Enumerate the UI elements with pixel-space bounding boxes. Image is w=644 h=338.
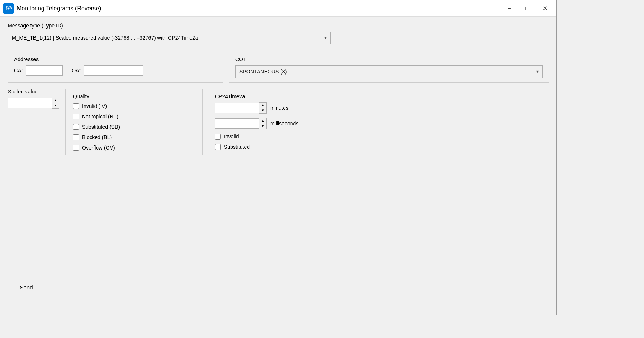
quality-bl-checkbox[interactable]: [73, 134, 79, 140]
quality-iv-item: Invalid (IV): [73, 103, 195, 109]
cp24-milliseconds-down-button[interactable]: ▼: [259, 124, 266, 129]
cp24-minutes-input[interactable]: 0: [215, 103, 259, 113]
quality-nt-checkbox[interactable]: [73, 114, 79, 119]
maximize-button[interactable]: □: [519, 3, 536, 14]
svg-point-0: [8, 7, 10, 9]
quality-nt-item: Not topical (NT): [73, 114, 195, 119]
addresses-section: Addresses CA: IOA:: [8, 52, 223, 83]
cp24-milliseconds-spinner: 0 ▲ ▼: [215, 118, 267, 129]
scaled-value-input[interactable]: 0: [8, 98, 52, 108]
cp24-label: CP24Time2a: [215, 93, 543, 99]
cp24-milliseconds-up-button[interactable]: ▲: [259, 118, 266, 124]
title-controls: − □ ✕: [501, 3, 553, 14]
message-type-arrow-icon: ▾: [324, 35, 327, 40]
cp24-invalid-checkbox[interactable]: [215, 134, 221, 140]
cot-label: COT: [235, 56, 543, 62]
message-type-label: Message type (Type ID): [8, 23, 549, 29]
cp24-minutes-down-button[interactable]: ▼: [259, 108, 266, 113]
scaled-value-spinner-buttons: ▲ ▼: [52, 98, 59, 109]
quality-sb-label: Substituted (SB): [82, 124, 120, 130]
ioa-label: IOA:: [70, 68, 81, 73]
quality-bl-item: Blocked (BL): [73, 134, 195, 140]
ca-field-group: CA:: [14, 65, 63, 76]
cp24-minutes-unit: minutes: [270, 105, 288, 111]
cot-section: COT SPONTANEOUS (3) ▾: [229, 52, 549, 83]
quality-ov-item: Overflow (OV): [73, 145, 195, 151]
cp24-section: CP24Time2a 0 ▲ ▼ minutes: [209, 89, 549, 155]
cp24-milliseconds-input[interactable]: 0: [215, 118, 259, 129]
cot-arrow-icon: ▾: [536, 69, 539, 74]
quality-section: Quality Invalid (IV) Not topical (NT) Su…: [65, 89, 203, 155]
cp24-milliseconds-spinner-buttons: ▲ ▼: [259, 118, 267, 129]
cp24-substituted-item: Substituted: [215, 144, 543, 150]
main-window: Monitoring Telegrams (Reverse) − □ ✕ Mes…: [0, 0, 557, 315]
quality-iv-checkbox[interactable]: [73, 103, 79, 109]
ioa-input[interactable]: [84, 65, 143, 76]
cp24-minutes-up-button[interactable]: ▲: [259, 103, 266, 108]
ca-input[interactable]: [26, 65, 63, 76]
cp24-milliseconds-row: 0 ▲ ▼ milliseconds: [215, 118, 543, 129]
quality-checkboxes: Invalid (IV) Not topical (NT) Substitute…: [73, 103, 195, 151]
bottom-row: Scaled value 0 ▲ ▼ Quality Invalid (IV): [8, 89, 549, 155]
cp24-minutes-row: 0 ▲ ▼ minutes: [215, 102, 543, 114]
addresses-label: Addresses: [14, 56, 217, 62]
window-title: Monitoring Telegrams (Reverse): [17, 5, 101, 12]
title-bar: Monitoring Telegrams (Reverse) − □ ✕: [0, 0, 556, 17]
quality-label: Quality: [73, 93, 195, 99]
scaled-value-section: Scaled value 0 ▲ ▼: [8, 89, 59, 155]
cot-selected: SPONTANEOUS (3): [239, 69, 287, 75]
quality-ov-label: Overflow (OV): [82, 145, 115, 151]
addresses-fields-row: CA: IOA:: [14, 65, 217, 76]
quality-iv-label: Invalid (IV): [82, 103, 107, 109]
message-type-dropdown[interactable]: M_ME_TB_1(12) | Scaled measured value (-…: [8, 32, 331, 44]
scaled-value-down-button[interactable]: ▼: [52, 103, 59, 108]
scaled-value-up-button[interactable]: ▲: [52, 98, 59, 103]
quality-bl-label: Blocked (BL): [82, 134, 112, 140]
app-icon: [3, 3, 14, 14]
scaled-value-spinner: 0 ▲ ▼: [8, 98, 59, 109]
cp24-invalid-label: Invalid: [224, 134, 239, 140]
ca-label: CA:: [14, 68, 23, 73]
cp24-content: 0 ▲ ▼ minutes 0 ▲: [215, 102, 543, 150]
minimize-button[interactable]: −: [501, 3, 518, 14]
quality-nt-label: Not topical (NT): [82, 114, 118, 119]
cp24-milliseconds-unit: milliseconds: [270, 121, 298, 127]
cp24-minutes-spinner-buttons: ▲ ▼: [259, 102, 267, 114]
cp24-substituted-label: Substituted: [224, 144, 250, 150]
quality-ov-checkbox[interactable]: [73, 145, 79, 151]
content-area: Message type (Type ID) M_ME_TB_1(12) | S…: [0, 17, 556, 161]
title-left: Monitoring Telegrams (Reverse): [3, 3, 101, 14]
addresses-cot-row: Addresses CA: IOA: COT SPONTANEOUS (3): [8, 52, 549, 83]
cot-dropdown[interactable]: SPONTANEOUS (3) ▾: [235, 65, 543, 78]
send-button[interactable]: Send: [8, 278, 45, 296]
close-button[interactable]: ✕: [536, 3, 553, 14]
ioa-field-group: IOA:: [70, 65, 143, 76]
scaled-value-label: Scaled value: [8, 89, 59, 95]
cp24-minutes-spinner: 0 ▲ ▼: [215, 102, 267, 114]
quality-sb-item: Substituted (SB): [73, 124, 195, 130]
cp24-substituted-checkbox[interactable]: [215, 144, 221, 150]
cp24-invalid-item: Invalid: [215, 134, 543, 140]
message-type-selected: M_ME_TB_1(12) | Scaled measured value (-…: [12, 35, 198, 41]
quality-sb-checkbox[interactable]: [73, 124, 79, 130]
